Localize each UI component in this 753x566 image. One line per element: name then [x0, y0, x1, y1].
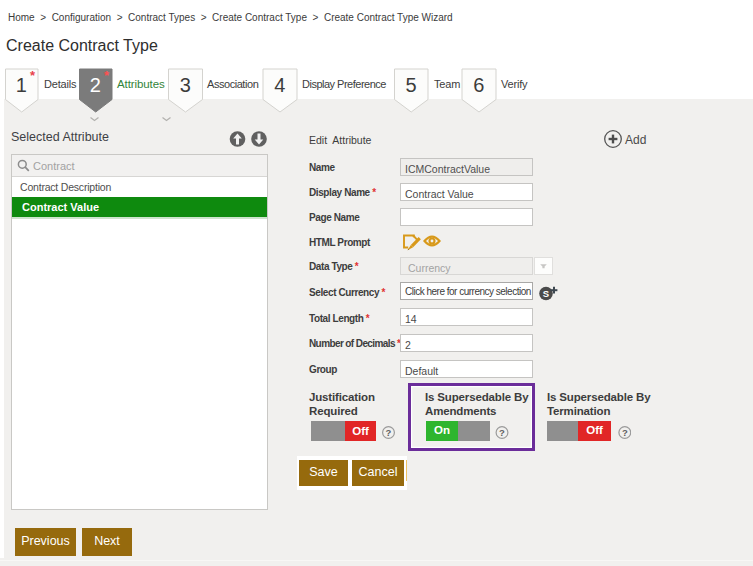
svg-text:S: S [543, 288, 549, 299]
svg-text:6: 6 [473, 74, 484, 96]
svg-text:?: ? [386, 427, 392, 438]
svg-text:4: 4 [274, 74, 285, 96]
svg-text:?: ? [622, 427, 628, 438]
svg-text:?: ? [499, 427, 505, 438]
svg-text:5: 5 [406, 74, 417, 96]
svg-text:2: 2 [90, 74, 101, 96]
svg-text:1: 1 [16, 74, 27, 96]
svg-text:3: 3 [180, 74, 191, 96]
